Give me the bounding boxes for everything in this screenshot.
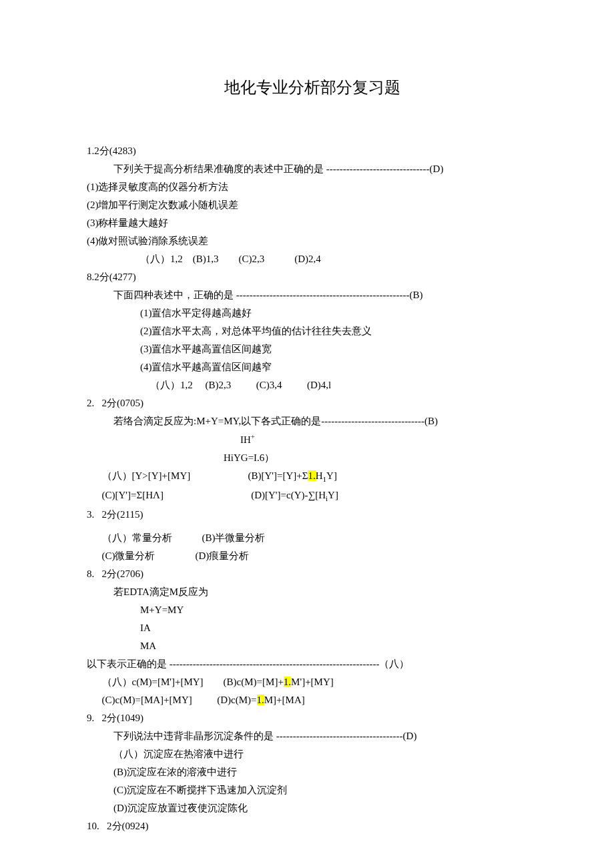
q2-optA: （八）[Y>[Y]+[MY]: [102, 470, 191, 481]
q8b-stem: 若EDTA滴定M反应为: [87, 583, 537, 601]
q2-row1: （八）[Y>[Y]+[MY] (B)[Y']=[Y]+Σ1.H1Y]: [87, 467, 537, 486]
q8b-optB-pre: (B)c(M)=[M]+: [224, 677, 284, 687]
q8b-optB-post: M']+[MY]: [291, 677, 334, 687]
q8a-opt2: (2)置信水平太高，对总体平均值的估计往往失去意义: [87, 322, 537, 340]
q3-optB: (B)半微量分析: [202, 532, 266, 543]
q9-optD: (D)沉淀应放置过夜使沉淀陈化: [87, 799, 537, 817]
text: 下列说法中违背非晶形沉淀条件的是: [113, 731, 276, 741]
q8a-header: 8.2分(4277): [87, 268, 537, 286]
q1-opt4: (4)做对照试验消除系统误差: [87, 232, 537, 250]
q8b-header: 8. 2分(2706): [87, 565, 537, 583]
q2-stem: 若络合滴定反应为:M+Y=MY,以下各式正确的是----------------…: [87, 412, 537, 430]
dashes: -------------------------------: [321, 416, 424, 426]
q8b-optC: (C)c(M)=[MA]+[MY]: [102, 695, 192, 705]
highlight-icon: 1.: [284, 677, 291, 687]
dashes: ----------------------------------------…: [170, 659, 380, 669]
q2-optB-tail: Y]: [326, 470, 337, 481]
q9-header: 9. 2分(1049): [87, 709, 537, 727]
q1-header: 1.2分(4283): [87, 142, 537, 160]
q3-optA: （八）常量分析: [102, 532, 172, 543]
text: 若络合滴定反应为:M+Y=MY,以下各式正确的是: [113, 416, 321, 426]
q2-row2: (C)[Y']=Σ[HΛ] (D)[Y']=c(Y)-∑[HiY]: [87, 486, 537, 506]
q9-stem: 下列说法中违背非晶形沉淀条件的是 -----------------------…: [87, 727, 537, 745]
superscript: +: [251, 432, 255, 440]
q8a-opt1: (1)置信水平定得越高越好: [87, 304, 537, 322]
document-page: 地化专业分析部分复习题 1.2分(4283) 下列关于提高分析结果准确度的表述中…: [0, 0, 614, 868]
q3-optC: (C)微量分析: [102, 550, 156, 561]
answer: (B): [410, 290, 423, 300]
q1-choices: （八）1,2 (B)1,3 (C)2,3 (D)2,4: [87, 250, 537, 268]
q8b-stem2: 以下表示正确的是 -------------------------------…: [87, 655, 537, 673]
dashes: ----------------------------------------…: [236, 290, 410, 300]
q1-stem: 下列关于提高分析结果准确度的表述中正确的是 ------------------…: [87, 160, 537, 178]
q2-header: 2. 2分(0705): [87, 394, 537, 412]
q8b-row2: (C)c(M)=[MA]+[MY] (D)c(M)=1.M]+[MA]: [87, 691, 537, 709]
page-title: 地化专业分析部分复习题: [87, 73, 537, 102]
answer: (D): [403, 731, 417, 741]
q8b-eq2: IA: [87, 619, 537, 637]
text: 下列关于提高分析结果准确度的表述中正确的是: [113, 163, 326, 174]
answer: （八）: [379, 659, 409, 669]
q8b-optD-pre: (D)c(M)=: [217, 695, 256, 705]
dashes: --------------------------------------: [276, 731, 403, 741]
dashes: -------------------------------: [326, 163, 430, 174]
text: 下面四种表述中，正确的是: [113, 290, 236, 300]
q2-optB-post: H: [316, 470, 323, 481]
q8b-optD-post: M]+[MA]: [264, 695, 305, 705]
q10-header: 10. 2分(0924): [87, 817, 537, 835]
q1-opt3: (3)称样量越大越好: [87, 214, 537, 232]
q2-optD-pre: (D)[Y']=c(Y)-∑[H: [251, 490, 326, 500]
q8b-eq1: M+Y=MY: [87, 601, 537, 619]
q8b-row1: （八）c(M)=[M']+[MY] (B)c(M)=[M]+1.M']+[MY]: [87, 673, 537, 691]
text: IH: [240, 434, 251, 445]
answer: (D): [430, 163, 444, 174]
q9-optB: (B)沉淀应在浓的溶液中进行: [87, 763, 537, 781]
q3-row1: （八）常量分析 (B)半微量分析: [87, 529, 537, 547]
q8b-optA: （八）c(M)=[M']+[MY]: [102, 677, 204, 687]
q1-opt2: (2)增加平行测定次数减小随机误差: [87, 196, 537, 214]
q3-header: 3. 2分(2115): [87, 506, 537, 524]
q2-formula1: IH+: [87, 430, 537, 449]
answer: (B): [424, 416, 438, 426]
q8a-opt4: (4)置信水平越高置信区间越窄: [87, 358, 537, 376]
q2-formula2: HiYG=I.6）: [87, 449, 537, 467]
q3-optD: (D)痕量分析: [196, 550, 250, 561]
highlight-icon: 1.: [308, 470, 315, 481]
q8a-stem: 下面四种表述中，正确的是 ---------------------------…: [87, 286, 537, 304]
q9-optC: (C)沉淀应在不断搅拌下迅速加入沉淀剂: [87, 781, 537, 799]
q3-row2: (C)微量分析 (D)痕量分析: [87, 547, 537, 565]
q2-optC: (C)[Y']=Σ[HΛ]: [102, 490, 164, 500]
q1-opt1: (1)选择灵敏度高的仪器分析方法: [87, 178, 537, 196]
q2-optB-pre: (B)[Y']=[Y]+Σ: [248, 470, 308, 481]
q8a-opt3: (3)置信水平越高置信区间越宽: [87, 340, 537, 358]
highlight-icon: 1.: [257, 695, 264, 705]
q9-optA: （八）沉淀应在热溶液中进行: [87, 745, 537, 763]
q2-optD-post: Y]: [328, 490, 338, 500]
q8b-eq3: MA: [87, 637, 537, 655]
q8a-choices: （八）1,2 (B)2,3 (C)3,4 (D)4,l: [87, 376, 537, 394]
text: 以下表示正确的是: [87, 659, 170, 669]
